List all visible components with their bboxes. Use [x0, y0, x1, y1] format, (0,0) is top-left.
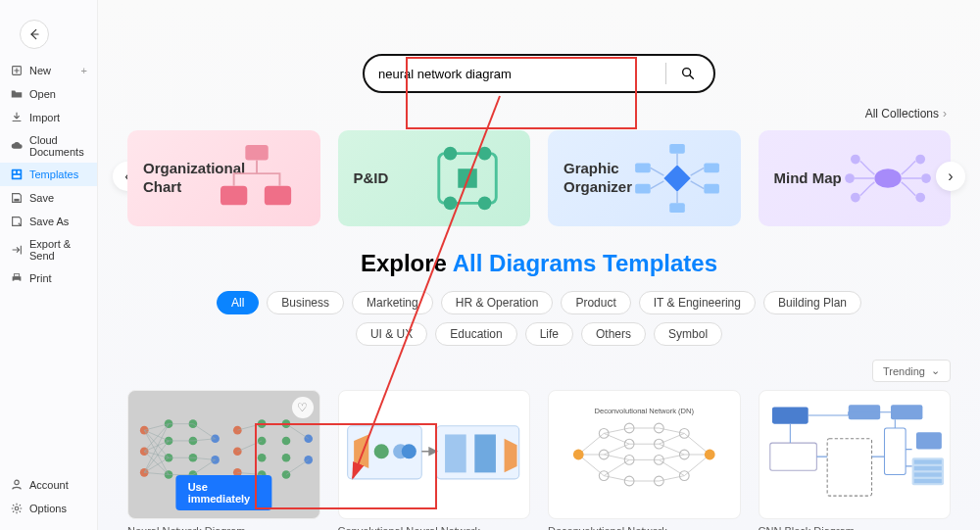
search-button[interactable]	[676, 62, 700, 85]
svg-point-118	[573, 450, 584, 460]
svg-line-101	[604, 444, 629, 455]
svg-point-91	[401, 444, 416, 458]
save-icon	[10, 191, 24, 205]
deconv-thumb: Deconvolutional Network (DN)	[549, 391, 740, 518]
filter-pill-ui-ux[interactable]: UI & UX	[356, 322, 427, 346]
svg-rect-5	[14, 199, 19, 202]
sidebar-item-import[interactable]: Import	[0, 106, 97, 129]
svg-point-29	[851, 155, 860, 165]
svg-rect-137	[884, 428, 906, 475]
use-immediately-button[interactable]: Use immediately	[176, 475, 271, 510]
svg-rect-143	[913, 479, 941, 483]
svg-line-100	[604, 433, 629, 444]
svg-rect-92	[445, 434, 466, 472]
svg-point-30	[851, 193, 860, 203]
svg-point-79	[304, 434, 313, 443]
filter-pills-row2: UI & UXEducationLifeOthersSymbol	[127, 322, 951, 346]
chevron-right-icon: ›	[943, 107, 947, 120]
cnn-thumb	[339, 391, 530, 518]
svg-rect-134	[771, 407, 808, 423]
svg-line-84	[286, 424, 309, 439]
search-icon	[680, 66, 696, 81]
svg-point-72	[258, 437, 267, 446]
all-collections-link[interactable]: All Collections›	[127, 107, 947, 120]
back-button[interactable]	[20, 20, 49, 49]
svg-line-49	[144, 430, 169, 441]
category-card-pid[interactable]: P&ID	[338, 130, 531, 226]
filter-pill-symbol[interactable]: Symbol	[654, 322, 722, 346]
filter-pill-all[interactable]: All	[217, 291, 259, 314]
svg-line-81	[237, 424, 262, 430]
svg-rect-2	[14, 171, 17, 174]
template-card-neural-network[interactable]: ♡	[127, 390, 320, 530]
svg-line-82	[237, 441, 262, 452]
gear-icon	[10, 502, 24, 515]
svg-rect-4	[14, 175, 21, 178]
svg-point-28	[874, 169, 901, 188]
svg-line-64	[193, 424, 216, 439]
svg-line-85	[286, 459, 309, 474]
favorite-button[interactable]: ♡	[292, 397, 314, 418]
mind-map-icon	[835, 140, 941, 217]
search-input[interactable]	[378, 67, 656, 81]
sidebar-item-new[interactable]: New+	[0, 59, 97, 82]
svg-point-17	[478, 147, 492, 161]
sidebar-item-cloud-documents[interactable]: Cloud Documents	[0, 129, 97, 163]
filter-pill-it-engineering[interactable]: IT & Engineering	[639, 291, 756, 314]
explore-heading: Explore All Diagrams Templates	[127, 250, 951, 277]
sidebar-item-open[interactable]: Open	[0, 82, 97, 106]
filter-pill-life[interactable]: Life	[525, 322, 573, 346]
filter-pill-marketing[interactable]: Marketing	[352, 291, 433, 314]
template-card-cnn[interactable]: Convolutional Neural Network	[338, 390, 531, 530]
svg-point-31	[915, 155, 925, 165]
template-card-deconv[interactable]: Deconvolutional Network (DN)	[548, 390, 741, 530]
svg-rect-3	[18, 171, 21, 174]
svg-point-34	[921, 173, 931, 183]
sidebar-item-export-send[interactable]: Export & Send	[0, 233, 97, 266]
sidebar-item-print[interactable]: Print	[0, 266, 97, 290]
search-box[interactable]	[363, 54, 715, 93]
filter-pill-others[interactable]: Others	[581, 322, 646, 346]
svg-text:Deconvolutional Network (DN): Deconvolutional Network (DN)	[595, 407, 695, 415]
filter-pill-hr-operation[interactable]: HR & Operation	[441, 291, 554, 314]
plus-icon[interactable]: +	[81, 65, 87, 76]
svg-rect-12	[246, 145, 269, 161]
svg-point-89	[373, 444, 388, 458]
cnn-block-thumb	[760, 391, 951, 518]
svg-rect-136	[890, 405, 921, 419]
sort-dropdown[interactable]: Trending ⌄	[872, 360, 951, 382]
filter-pill-business[interactable]: Business	[267, 291, 344, 314]
filter-pill-product[interactable]: Product	[561, 291, 630, 314]
category-card-org-chart[interactable]: Organizational Chart	[127, 130, 320, 226]
template-card-cnn-block[interactable]: CNN Block Diagram	[759, 390, 952, 530]
svg-line-110	[659, 433, 684, 444]
pid-icon	[415, 140, 520, 217]
category-card-mind-map[interactable]: Mind Map	[759, 130, 952, 226]
svg-line-111	[659, 444, 684, 455]
sidebar-item-save[interactable]: Save	[0, 186, 97, 210]
category-card-graphic-organizer[interactable]: Graphic Organizer	[548, 130, 741, 226]
svg-rect-7	[14, 274, 19, 277]
svg-point-76	[282, 437, 291, 446]
svg-rect-141	[913, 466, 941, 470]
svg-point-9	[15, 480, 19, 484]
sidebar-item-account[interactable]: Account	[0, 473, 97, 497]
sidebar-item-options[interactable]: Options	[0, 497, 97, 520]
category-next-button[interactable]: ›	[936, 162, 965, 191]
svg-point-77	[282, 454, 291, 462]
sidebar-item-templates[interactable]: Templates	[0, 163, 97, 186]
download-icon	[10, 111, 24, 124]
svg-line-67	[193, 459, 216, 474]
svg-point-46	[211, 434, 220, 443]
svg-rect-13	[220, 186, 247, 206]
svg-rect-1	[12, 169, 23, 180]
main-content: All Collections› ‹ Organizational Chart	[98, 0, 980, 530]
svg-rect-93	[474, 434, 496, 472]
filter-pill-education[interactable]: Education	[435, 322, 516, 346]
svg-rect-27	[705, 184, 720, 194]
filter-pill-building-plan[interactable]: Building Plan	[763, 291, 861, 314]
svg-rect-25	[636, 184, 652, 194]
user-icon	[10, 478, 24, 492]
svg-marker-21	[664, 165, 691, 191]
sidebar-item-save-as[interactable]: Save As	[0, 210, 97, 233]
